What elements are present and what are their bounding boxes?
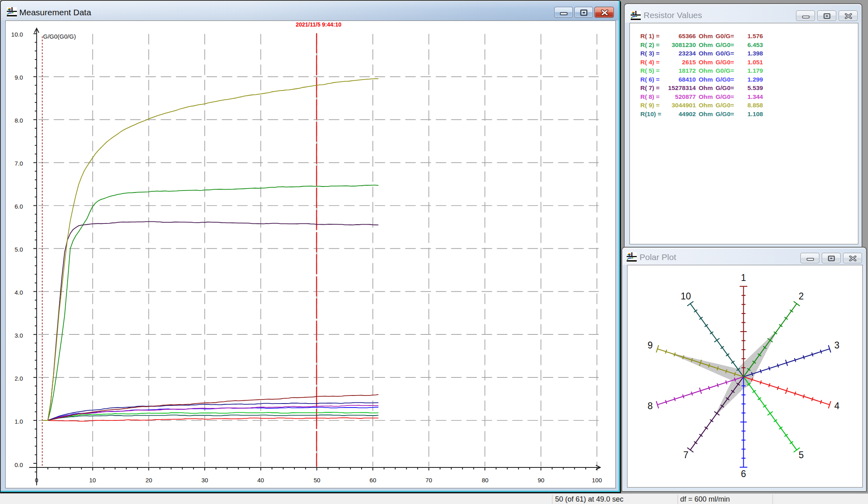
svg-text:9: 9: [648, 340, 653, 350]
svg-text:10: 10: [681, 291, 691, 301]
svg-text:2: 2: [799, 291, 804, 301]
svg-text:1: 1: [741, 272, 746, 283]
svg-text:4: 4: [834, 401, 839, 411]
svg-text:7: 7: [683, 450, 689, 460]
svg-text:3: 3: [834, 340, 839, 350]
svg-text:8: 8: [648, 401, 653, 411]
svg-text:6: 6: [741, 469, 746, 479]
svg-text:5: 5: [799, 450, 804, 460]
